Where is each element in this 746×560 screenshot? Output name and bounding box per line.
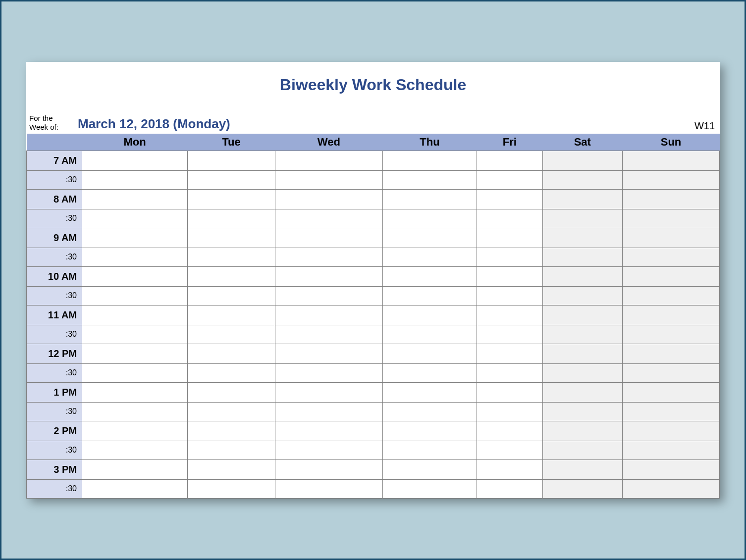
schedule-cell[interactable] xyxy=(82,209,188,228)
schedule-cell[interactable] xyxy=(542,266,622,286)
schedule-cell[interactable] xyxy=(542,459,622,479)
schedule-cell[interactable] xyxy=(477,325,542,344)
schedule-cell[interactable] xyxy=(275,402,382,421)
schedule-cell[interactable] xyxy=(382,266,477,286)
schedule-cell[interactable] xyxy=(188,248,275,266)
schedule-cell[interactable] xyxy=(382,305,477,325)
schedule-cell[interactable] xyxy=(275,266,382,286)
schedule-cell[interactable] xyxy=(275,325,382,344)
schedule-cell[interactable] xyxy=(623,209,720,228)
schedule-cell[interactable] xyxy=(623,305,720,325)
schedule-cell[interactable] xyxy=(275,228,382,248)
schedule-cell[interactable] xyxy=(188,228,275,248)
schedule-cell[interactable] xyxy=(382,248,477,266)
schedule-cell[interactable] xyxy=(477,402,542,421)
schedule-cell[interactable] xyxy=(82,382,188,402)
schedule-cell[interactable] xyxy=(623,248,720,266)
schedule-cell[interactable] xyxy=(188,402,275,421)
schedule-cell[interactable] xyxy=(275,209,382,228)
schedule-cell[interactable] xyxy=(623,286,720,305)
schedule-cell[interactable] xyxy=(542,170,622,189)
schedule-cell[interactable] xyxy=(542,441,622,459)
schedule-cell[interactable] xyxy=(82,170,188,189)
schedule-cell[interactable] xyxy=(275,459,382,479)
schedule-cell[interactable] xyxy=(382,344,477,363)
schedule-cell[interactable] xyxy=(188,363,275,382)
schedule-cell[interactable] xyxy=(275,382,382,402)
schedule-cell[interactable] xyxy=(82,228,188,248)
schedule-cell[interactable] xyxy=(275,170,382,189)
schedule-cell[interactable] xyxy=(275,363,382,382)
schedule-cell[interactable] xyxy=(477,209,542,228)
schedule-cell[interactable] xyxy=(542,325,622,344)
schedule-cell[interactable] xyxy=(275,344,382,363)
schedule-cell[interactable] xyxy=(477,479,542,498)
schedule-cell[interactable] xyxy=(82,421,188,441)
schedule-cell[interactable] xyxy=(188,266,275,286)
schedule-cell[interactable] xyxy=(82,248,188,266)
schedule-cell[interactable] xyxy=(623,266,720,286)
schedule-cell[interactable] xyxy=(382,170,477,189)
schedule-cell[interactable] xyxy=(623,479,720,498)
schedule-cell[interactable] xyxy=(188,344,275,363)
schedule-cell[interactable] xyxy=(82,305,188,325)
schedule-cell[interactable] xyxy=(623,459,720,479)
schedule-cell[interactable] xyxy=(382,459,477,479)
schedule-cell[interactable] xyxy=(477,170,542,189)
schedule-cell[interactable] xyxy=(623,189,720,209)
schedule-cell[interactable] xyxy=(188,382,275,402)
schedule-cell[interactable] xyxy=(477,151,542,170)
schedule-cell[interactable] xyxy=(82,479,188,498)
schedule-cell[interactable] xyxy=(382,441,477,459)
schedule-cell[interactable] xyxy=(477,286,542,305)
schedule-cell[interactable] xyxy=(382,325,477,344)
schedule-cell[interactable] xyxy=(542,248,622,266)
schedule-cell[interactable] xyxy=(188,441,275,459)
schedule-cell[interactable] xyxy=(188,421,275,441)
schedule-cell[interactable] xyxy=(623,363,720,382)
schedule-cell[interactable] xyxy=(275,248,382,266)
schedule-cell[interactable] xyxy=(188,286,275,305)
schedule-cell[interactable] xyxy=(542,286,622,305)
schedule-cell[interactable] xyxy=(82,459,188,479)
schedule-cell[interactable] xyxy=(477,441,542,459)
schedule-cell[interactable] xyxy=(82,286,188,305)
schedule-cell[interactable] xyxy=(82,402,188,421)
schedule-cell[interactable] xyxy=(382,151,477,170)
schedule-cell[interactable] xyxy=(623,402,720,421)
schedule-cell[interactable] xyxy=(477,266,542,286)
schedule-cell[interactable] xyxy=(382,286,477,305)
schedule-cell[interactable] xyxy=(477,189,542,209)
schedule-cell[interactable] xyxy=(382,382,477,402)
schedule-cell[interactable] xyxy=(188,209,275,228)
schedule-cell[interactable] xyxy=(477,228,542,248)
schedule-cell[interactable] xyxy=(82,151,188,170)
schedule-cell[interactable] xyxy=(542,305,622,325)
schedule-cell[interactable] xyxy=(188,325,275,344)
schedule-cell[interactable] xyxy=(275,479,382,498)
schedule-cell[interactable] xyxy=(477,459,542,479)
schedule-cell[interactable] xyxy=(82,325,188,344)
schedule-cell[interactable] xyxy=(477,382,542,402)
schedule-cell[interactable] xyxy=(82,266,188,286)
schedule-cell[interactable] xyxy=(82,363,188,382)
schedule-cell[interactable] xyxy=(623,228,720,248)
schedule-cell[interactable] xyxy=(382,363,477,382)
schedule-cell[interactable] xyxy=(623,325,720,344)
schedule-cell[interactable] xyxy=(382,189,477,209)
schedule-cell[interactable] xyxy=(542,479,622,498)
schedule-cell[interactable] xyxy=(542,344,622,363)
schedule-cell[interactable] xyxy=(623,441,720,459)
schedule-cell[interactable] xyxy=(188,170,275,189)
schedule-cell[interactable] xyxy=(542,228,622,248)
schedule-cell[interactable] xyxy=(188,189,275,209)
schedule-cell[interactable] xyxy=(623,344,720,363)
schedule-cell[interactable] xyxy=(382,402,477,421)
schedule-cell[interactable] xyxy=(275,151,382,170)
schedule-cell[interactable] xyxy=(275,189,382,209)
schedule-cell[interactable] xyxy=(477,344,542,363)
schedule-cell[interactable] xyxy=(382,479,477,498)
schedule-cell[interactable] xyxy=(275,441,382,459)
schedule-cell[interactable] xyxy=(477,363,542,382)
schedule-cell[interactable] xyxy=(188,479,275,498)
